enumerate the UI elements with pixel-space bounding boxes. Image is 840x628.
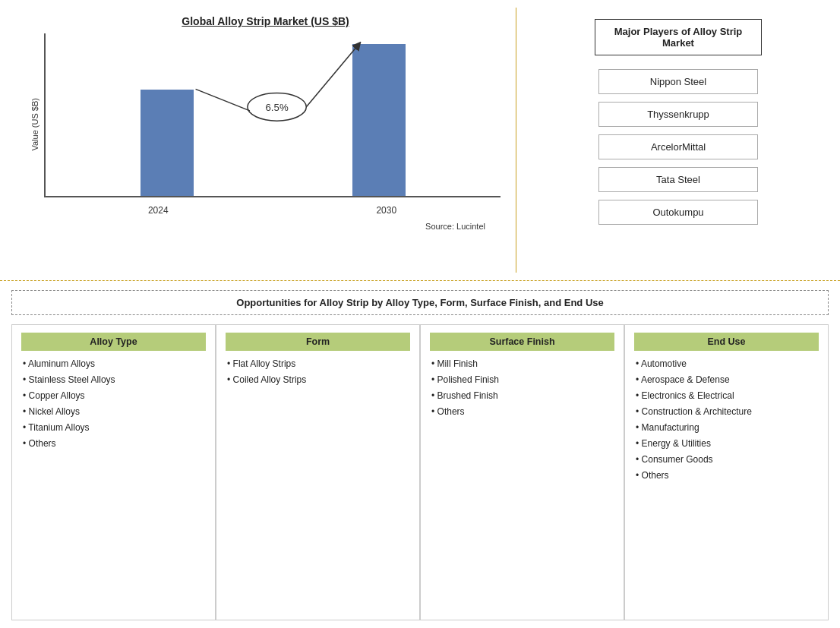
players-title: Major Players of Alloy Strip Market xyxy=(595,19,762,55)
alloy-type-item-4: Titanium Alloys xyxy=(21,422,206,433)
end-use-item-3: Construction & Architecture xyxy=(634,406,819,417)
x-axis-labels: 2024 2030 xyxy=(44,197,501,216)
end-use-item-0: Automotive xyxy=(634,358,819,369)
y-axis-label: Value (US $B) xyxy=(30,98,39,151)
alloy-type-item-2: Copper Alloys xyxy=(21,390,206,401)
bars-area: 6.5% xyxy=(44,33,501,197)
end-use-item-2: Electronics & Electrical xyxy=(634,390,819,401)
end-use-item-1: Aerospace & Defense xyxy=(634,374,819,385)
bar-group-2030 xyxy=(273,44,486,196)
surface-item-0: Mill Finish xyxy=(430,358,614,369)
surface-item-3: Others xyxy=(430,406,614,417)
end-use-item-5: Energy & Utilities xyxy=(634,438,819,449)
end-use-item-6: Consumer Goods xyxy=(634,454,819,465)
category-col-form: Form Flat Alloy Strips Coiled Alloy Stri… xyxy=(216,324,420,620)
bottom-section: Opportunities for Alloy Strip by Alloy T… xyxy=(0,281,840,628)
chart-wrapper: Value (US $B) xyxy=(30,33,501,216)
players-area: Major Players of Alloy Strip Market Nipp… xyxy=(516,8,840,273)
category-header-alloy-type: Alloy Type xyxy=(21,333,206,351)
category-header-form: Form xyxy=(226,333,410,351)
category-header-end-use: End Use xyxy=(634,333,819,351)
category-header-surface-finish: Surface Finish xyxy=(430,333,614,351)
player-item-4: Outokumpu xyxy=(598,200,758,225)
alloy-type-item-5: Others xyxy=(21,438,206,449)
surface-item-2: Brushed Finish xyxy=(430,390,614,401)
end-use-item-4: Manufacturing xyxy=(634,422,819,433)
source-text: Source: Lucintel xyxy=(30,222,501,231)
surface-item-1: Polished Finish xyxy=(430,374,614,385)
chart-inner: 6.5% xyxy=(44,33,501,216)
category-col-end-use: End Use Automotive Aerospace & Defense E… xyxy=(624,324,829,620)
bar-label-2024: 2024 xyxy=(148,205,169,216)
alloy-type-item-1: Stainless Steel Alloys xyxy=(21,374,206,385)
player-item-0: Nippon Steel xyxy=(598,69,758,94)
category-col-alloy-type: Alloy Type Aluminum Alloys Stainless Ste… xyxy=(11,324,216,620)
top-section: Global Alloy Strip Market (US $B) Value … xyxy=(0,0,840,281)
alloy-type-item-0: Aluminum Alloys xyxy=(21,358,206,369)
categories-row: Alloy Type Aluminum Alloys Stainless Ste… xyxy=(11,324,829,620)
player-item-1: Thyssenkrupp xyxy=(598,102,758,127)
player-item-2: ArcelorMittal xyxy=(598,134,758,159)
category-col-surface-finish: Surface Finish Mill Finish Polished Fini… xyxy=(420,324,624,620)
bar-2024 xyxy=(141,90,194,196)
main-container: Global Alloy Strip Market (US $B) Value … xyxy=(0,0,840,628)
bottom-title: Opportunities for Alloy Strip by Alloy T… xyxy=(11,290,829,315)
chart-area: Global Alloy Strip Market (US $B) Value … xyxy=(0,8,516,273)
chart-title: Global Alloy Strip Market (US $B) xyxy=(182,15,349,27)
form-item-0: Flat Alloy Strips xyxy=(226,358,410,369)
bar-group-2024 xyxy=(61,90,273,196)
form-item-1: Coiled Alloy Strips xyxy=(226,374,410,385)
bar-label-2030: 2030 xyxy=(376,205,396,216)
end-use-item-7: Others xyxy=(634,470,819,481)
player-item-3: Tata Steel xyxy=(598,167,758,192)
bar-2030 xyxy=(352,44,406,196)
alloy-type-item-3: Nickel Alloys xyxy=(21,406,206,417)
